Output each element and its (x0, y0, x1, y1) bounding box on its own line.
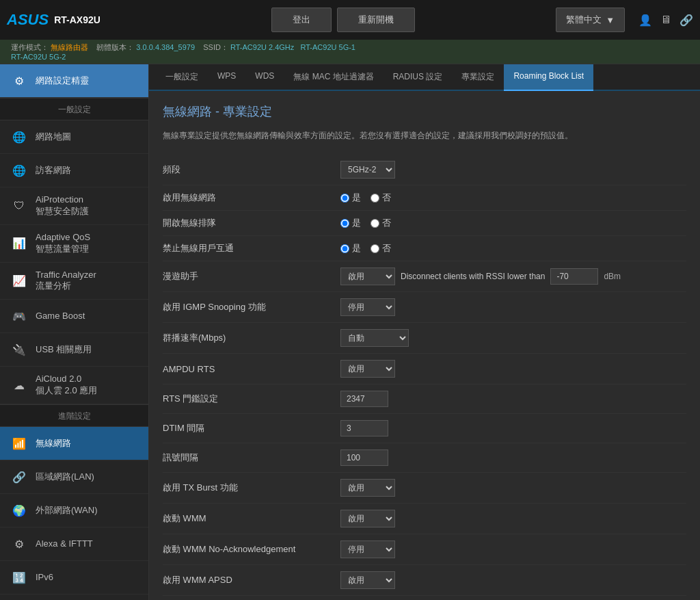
sidebar-label-network-setup: 網路設定精靈 (36, 75, 89, 87)
sidebar-section-advanced: 進階設定 (0, 404, 148, 427)
tab-wps[interactable]: WPS (208, 64, 245, 91)
control-wmm-apsd: 啟用 停用 (340, 571, 686, 589)
control-beacon (340, 449, 686, 466)
beacon-input[interactable] (340, 449, 388, 466)
infobar: 運作模式： 無線路由器 韌體版本： 3.0.0.4.384_5979 SSID：… (0, 40, 700, 64)
radio-enable-wireless-yes[interactable]: 是 (340, 192, 361, 204)
share-icon[interactable]: 🔗 (679, 14, 693, 27)
page-title: 無線網路 - 專業設定 (163, 103, 686, 120)
aicloud-icon: ☁ (10, 376, 29, 395)
tab-general[interactable]: 一般設定 (156, 64, 208, 91)
tab-mac-filter[interactable]: 無線 MAC 地址過濾器 (284, 64, 383, 91)
logout-button[interactable]: 登出 (271, 8, 332, 32)
sidebar-item-ipv6[interactable]: 🔢 IPv6 (0, 561, 148, 595)
sidebar-label-aicloud: AiCloud 2.0個人雲 2.0 應用 (36, 374, 97, 397)
ssid-label: SSID： (203, 43, 228, 51)
select-roaming[interactable]: 啟用 停用 (340, 268, 395, 285)
sidebar-item-usb-apps[interactable]: 🔌 USB 相關應用 (0, 333, 148, 367)
tab-wds[interactable]: WDS (245, 64, 284, 91)
field-tx-burst: 啟用 TX Burst 功能 啟用 停用 (163, 473, 686, 504)
chevron-down-icon: ▼ (606, 15, 615, 25)
sidebar-item-network-map[interactable]: 🌐 網路地圖 (0, 120, 148, 154)
tab-radius[interactable]: RADIUS 設定 (383, 64, 453, 91)
usb-apps-icon: 🔌 (10, 340, 29, 359)
control-tx-burst: 啟用 停用 (340, 479, 686, 497)
sidebar-item-guest-network[interactable]: 🌐 訪客網路 (0, 154, 148, 187)
ssid2-link[interactable]: RT-AC92U 5G-1 (300, 43, 355, 51)
monitor-icon[interactable]: 🖥 (660, 14, 671, 26)
label-tx-burst: 啟用 TX Burst 功能 (163, 482, 340, 494)
wan-icon: 🌍 (10, 501, 29, 520)
sidebar-item-traffic-analyzer[interactable]: 📈 Traffic Analyzer流量分析 (0, 263, 148, 300)
control-wmm-noack: 停用 啟用 (340, 540, 686, 558)
field-dtim: DTIM 間隔 (163, 414, 686, 443)
field-ampdu-agg: 優化 AMPDU 聚集 停用 啟用 (163, 596, 686, 600)
firmware-link[interactable]: 3.0.0.4.384_5979 (136, 43, 195, 51)
sidebar-item-lan[interactable]: 🔗 區域網路(LAN) (0, 460, 148, 494)
sidebar-label-wireless: 無線網路 (36, 438, 71, 449)
sidebar-item-aicloud[interactable]: ☁ AiCloud 2.0個人雲 2.0 應用 (0, 367, 148, 404)
rts-threshold-input[interactable] (340, 391, 388, 407)
sidebar-item-game-boost[interactable]: 🎮 Game Boost (0, 300, 148, 333)
logo-area: ASUS RT-AX92U (7, 11, 130, 29)
label-multicast-rate: 群播速率(Mbps) (163, 332, 340, 344)
lan-icon: 🔗 (10, 467, 29, 486)
sidebar-label-guest-network: 訪客網路 (36, 165, 71, 177)
sidebar-item-vpn[interactable]: 🔒 VPN (0, 595, 148, 600)
sidebar-item-wan[interactable]: 🌍 外部網路(WAN) (0, 494, 148, 527)
label-beacon: 訊號間隔 (163, 452, 340, 464)
select-multicast-rate[interactable]: 自動 1 2 (340, 329, 409, 347)
field-wmm-apsd: 啟用 WMM APSD 啟用 停用 (163, 565, 686, 596)
select-igmp[interactable]: 停用 啟用 (340, 298, 395, 316)
select-tx-burst[interactable]: 啟用 停用 (340, 479, 395, 497)
label-igmp: 啟用 IGMP Snooping 功能 (163, 301, 340, 313)
sidebar-item-adaptive-qos[interactable]: 📊 Adaptive QoS智慧流量管理 (0, 225, 148, 263)
select-wmm[interactable]: 啟用 停用 (340, 510, 395, 527)
sidebar-label-lan: 區域網路(LAN) (36, 471, 94, 483)
adaptive-qos-icon: 📊 (10, 234, 29, 253)
network-map-icon: 🌐 (10, 127, 29, 146)
radio-disable-inter-yes[interactable]: 是 (340, 242, 361, 255)
field-ampdu-rts: AMPDU RTS 啟用 停用 (163, 354, 686, 384)
field-roaming: 漫遊助手 啟用 停用 Disconnect clients with RSSI … (163, 261, 686, 292)
label-rts-threshold: RTS 門鑑設定 (163, 393, 340, 405)
model-text: RT-AX92U (54, 14, 100, 25)
control-frequency: 5GHz-2 2.4GHz 5GHz-1 (340, 161, 686, 179)
select-wmm-apsd[interactable]: 啟用 停用 (340, 571, 395, 589)
ssid1-link[interactable]: RT-AC92U 2.4GHz (230, 43, 294, 51)
language-button[interactable]: 繁體中文 ▼ (556, 8, 625, 32)
sidebar-label-network-map: 網路地圖 (36, 131, 71, 143)
field-multicast-rate: 群播速率(Mbps) 自動 1 2 (163, 323, 686, 354)
select-ampdu-rts[interactable]: 啟用 停用 (340, 360, 395, 378)
label-wmm-apsd: 啟用 WMM APSD (163, 574, 340, 586)
sidebar-label-ipv6: IPv6 (36, 572, 53, 584)
field-disable-inter: 禁止無線用戶互通 是 否 (163, 236, 686, 261)
sidebar-item-network-setup[interactable]: ⚙ 網路設定精靈 (0, 64, 148, 98)
rssi-value-input[interactable] (550, 268, 598, 285)
select-frequency[interactable]: 5GHz-2 2.4GHz 5GHz-1 (340, 161, 395, 179)
ssid3-link[interactable]: RT-AC92U 5G-2 (11, 53, 66, 61)
dtim-input[interactable] (340, 420, 388, 436)
field-frequency: 頻段 5GHz-2 2.4GHz 5GHz-1 (163, 155, 686, 185)
radio-disable-inter-no[interactable]: 否 (371, 242, 391, 255)
radio-enable-wireless-no[interactable]: 否 (371, 192, 391, 204)
lang-label: 繁體中文 (566, 14, 602, 26)
sidebar-item-aiprotection[interactable]: 🛡 AiProtection智慧安全防護 (0, 187, 148, 225)
select-wmm-noack[interactable]: 停用 啟用 (340, 540, 395, 558)
traffic-analyzer-icon: 📈 (10, 271, 29, 290)
game-boost-icon: 🎮 (10, 306, 29, 326)
page-description: 無線專業設定提供您無線網路傳輸與效率方面的設定。若您沒有選擇適合的設定，建議採用… (163, 129, 686, 142)
field-wmm-noack: 啟動 WMM No-Acknowledgement 停用 啟用 (163, 534, 686, 565)
radio-wireless-queue-no[interactable]: 否 (371, 217, 391, 229)
user-icon[interactable]: 👤 (638, 14, 652, 27)
reboot-button[interactable]: 重新開機 (337, 8, 415, 32)
control-disable-inter: 是 否 (340, 242, 686, 255)
tab-roaming-block[interactable]: Roaming Block List (504, 64, 593, 91)
tab-professional[interactable]: 專業設定 (452, 64, 504, 91)
top-icons: 👤 🖥 🔗 (638, 14, 693, 27)
radio-wireless-queue-yes[interactable]: 是 (340, 217, 361, 229)
content-area: 一般設定 WPS WDS 無線 MAC 地址過濾器 RADIUS 設定 專業設定… (149, 64, 700, 600)
sidebar-item-wireless[interactable]: 📶 無線網路 (0, 427, 148, 460)
field-beacon: 訊號間隔 (163, 443, 686, 473)
sidebar-item-alexa[interactable]: ⚙ Alexa & IFTTT (0, 527, 148, 561)
